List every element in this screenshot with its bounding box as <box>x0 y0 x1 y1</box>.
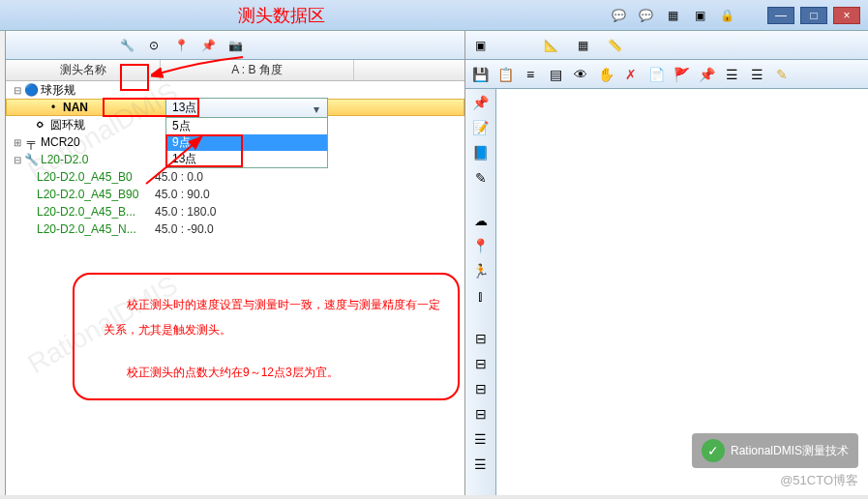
right-toolbar-2: 💾 📋 ≡ ▤ 👁 ✋ ✗ 📄 🚩 📌 ☰ ☰ ✎ <box>465 60 868 89</box>
wechat-icon: ✓ <box>702 439 725 462</box>
cloud-icon[interactable]: ☁ <box>471 211 491 230</box>
chat-icon[interactable]: 💬 <box>607 6 630 25</box>
axis-icon[interactable]: 📐 <box>544 39 558 52</box>
visible-icon[interactable]: 👁 <box>572 66 589 83</box>
tree-child[interactable]: L20-D2.0_A45_B9045.0 : 90.0 <box>37 186 464 203</box>
collapse-icon[interactable]: ⊟ <box>12 155 23 165</box>
grid-icon[interactable]: ▦ <box>661 6 684 25</box>
copy-icon[interactable]: 📄 <box>647 66 665 83</box>
run-icon[interactable]: 🏃 <box>471 261 491 280</box>
expand-icon[interactable]: ⊞ <box>12 137 23 148</box>
panel-icon[interactable]: ▣ <box>475 39 486 52</box>
layer-icon[interactable]: ≡ <box>522 66 539 83</box>
right-pane: ▣ 📐 ▦ 📏 💾 📋 ≡ ▤ 👁 ✋ ✗ 📄 🚩 📌 ☰ ☰ ✎ 📌 📝 📘 <box>464 31 868 495</box>
list2-icon[interactable]: ☰ <box>471 455 491 474</box>
note-icon[interactable]: 📝 <box>471 118 491 137</box>
minimize-button[interactable]: — <box>767 7 794 24</box>
maximize-button[interactable]: □ <box>800 7 827 24</box>
rack-icon: ╤ <box>23 135 39 149</box>
h4-icon[interactable]: ⊟ <box>471 404 491 424</box>
flag-icon[interactable]: 🚩 <box>673 66 690 83</box>
list1-icon[interactable]: ☰ <box>471 429 491 449</box>
h2-icon[interactable]: ⊟ <box>471 354 491 373</box>
hand-icon[interactable]: ✋ <box>597 66 614 83</box>
h3-icon[interactable]: ⊟ <box>471 379 491 398</box>
chat2-icon[interactable]: 💬 <box>634 6 657 25</box>
arrow2-icon <box>141 135 209 193</box>
chevron-down-icon[interactable]: ▾ <box>310 103 323 116</box>
vline-icon[interactable]: ⫿ <box>471 286 491 306</box>
dropdown-option[interactable]: 5点 <box>166 118 327 134</box>
tree-child[interactable]: L20-D2.0_A45_N...45.0 : -90.0 <box>37 220 464 238</box>
ring-icon: ⭘ <box>33 118 48 132</box>
book-icon[interactable]: 📘 <box>471 143 491 162</box>
layout-icon[interactable]: ▣ <box>688 6 711 25</box>
pen-icon[interactable]: ✎ <box>773 66 791 83</box>
annotation-title: 测头数据区 <box>238 4 325 27</box>
watermark: ✓ RationalDMIS测量技术 @51CTO博客 <box>692 433 858 489</box>
grid2-icon[interactable]: ▦ <box>578 39 588 52</box>
probe-icon[interactable]: 🔧 <box>118 37 135 54</box>
h1-icon[interactable]: ⊟ <box>471 329 491 348</box>
close-button[interactable]: × <box>833 7 860 24</box>
list-icon[interactable]: ☰ <box>723 66 740 83</box>
edit-icon[interactable]: ✎ <box>471 168 491 188</box>
stack-icon[interactable]: ▤ <box>547 66 564 83</box>
node-icon: • <box>45 101 61 114</box>
probe-small-icon: 🔧 <box>23 153 39 166</box>
pushpin-icon[interactable]: 📌 <box>471 93 491 112</box>
save-icon[interactable]: 💾 <box>471 66 489 83</box>
collapse-icon[interactable]: ⊟ <box>12 85 23 96</box>
arrow1-icon <box>151 52 248 91</box>
annotation-box-2 <box>103 98 199 117</box>
annotation-box-1 <box>120 64 149 91</box>
delete-icon[interactable]: ✗ <box>622 66 640 83</box>
tree-child[interactable]: L20-D2.0_A45_B045.0 : 0.0 <box>37 168 464 186</box>
mark-icon[interactable]: 📌 <box>698 66 715 83</box>
lock-icon[interactable]: 🔒 <box>715 6 738 25</box>
sphere-icon: 🔵 <box>23 83 39 97</box>
pin2-icon[interactable]: 📍 <box>471 236 491 255</box>
vertical-toolbar: 📌 📝 📘 ✎ ☁ 📍 🏃 ⫿ ⊟ ⊟ ⊟ ⊟ ☰ ☰ <box>465 89 496 495</box>
ruler-icon[interactable]: 📏 <box>608 39 622 52</box>
annotation-note: 校正测头时的速度设置与测量时一致，速度与测量精度有一定关系，尤其是触发测头。 校… <box>73 273 460 400</box>
titlebar: 💬 💬 ▦ ▣ 🔒 — □ × <box>0 0 868 31</box>
props-icon[interactable]: 📋 <box>496 66 514 83</box>
right-toolbar-1: ▣ 📐 ▦ 📏 <box>465 31 868 60</box>
left-pane: 🔧 ⊙ 📍 📌 📷 测头名称 A : B 角度 ⊟ 🔵 球形规 • NAN <box>6 31 464 495</box>
tree-child[interactable]: L20-D2.0_A45_B...45.0 : 180.0 <box>37 203 464 220</box>
list2-icon[interactable]: ☰ <box>748 66 765 83</box>
